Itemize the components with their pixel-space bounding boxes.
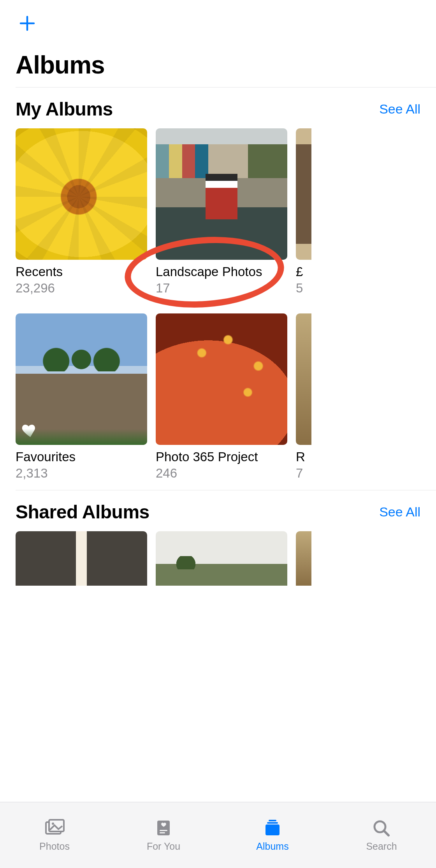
album-count: 246 xyxy=(156,466,287,481)
svg-rect-4 xyxy=(160,830,167,831)
add-button[interactable] xyxy=(16,12,39,35)
for-you-tab-icon xyxy=(153,818,174,838)
heart-icon xyxy=(21,421,40,439)
svg-rect-8 xyxy=(269,820,276,821)
svg-point-2 xyxy=(52,822,54,825)
album-count: 2,313 xyxy=(16,466,147,481)
tab-for-you[interactable]: For You xyxy=(109,802,218,868)
svg-rect-6 xyxy=(265,824,280,835)
plus-icon xyxy=(19,15,35,32)
album-count: 7 xyxy=(296,466,311,481)
album-card-landscape-photos[interactable]: Landscape Photos 17 xyxy=(156,128,287,305)
search-tab-icon xyxy=(371,818,392,838)
album-thumb xyxy=(296,313,311,445)
album-thumb xyxy=(16,128,147,260)
shared-album-card-partial[interactable] xyxy=(296,531,311,586)
tab-label: For You xyxy=(147,841,180,852)
album-thumb xyxy=(296,128,311,260)
shared-album-card[interactable] xyxy=(156,531,287,586)
tab-photos[interactable]: Photos xyxy=(0,802,109,868)
album-name: Recents xyxy=(16,264,147,279)
album-card-partial[interactable]: £ 5 xyxy=(296,128,311,305)
album-count: 23,296 xyxy=(16,281,147,296)
album-thumb xyxy=(156,128,287,260)
album-name: Favourites xyxy=(16,450,147,464)
album-card-recents[interactable]: Recents 23,296 xyxy=(16,128,147,305)
album-name: Landscape Photos xyxy=(156,264,287,279)
tab-bar: Photos For You Albums Search xyxy=(0,802,436,868)
album-card-photo-365[interactable]: Photo 365 Project 246 xyxy=(156,313,287,490)
page-title: Albums xyxy=(0,39,436,87)
see-all-my-albums[interactable]: See All xyxy=(379,102,420,117)
tab-label: Search xyxy=(366,841,397,852)
album-thumb xyxy=(156,531,287,586)
album-name: £ xyxy=(296,264,311,279)
tab-label: Albums xyxy=(256,841,288,852)
see-all-shared-albums[interactable]: See All xyxy=(379,504,420,520)
svg-rect-7 xyxy=(267,822,278,824)
section-title-my-albums: My Albums xyxy=(16,98,113,120)
album-card-partial[interactable]: R 7 xyxy=(296,313,311,490)
albums-tab-icon xyxy=(262,818,283,838)
album-thumb xyxy=(16,313,147,445)
tab-albums[interactable]: Albums xyxy=(218,802,327,868)
svg-rect-5 xyxy=(160,832,165,833)
album-name: Photo 365 Project xyxy=(156,450,287,464)
album-count: 5 xyxy=(296,281,311,296)
tab-label: Photos xyxy=(39,841,70,852)
album-card-favourites[interactable]: Favourites 2,313 xyxy=(16,313,147,490)
album-thumb xyxy=(156,313,287,445)
album-thumb xyxy=(16,531,147,586)
photos-tab-icon xyxy=(44,818,65,838)
tab-search[interactable]: Search xyxy=(327,802,436,868)
album-count: 17 xyxy=(156,281,287,296)
section-title-shared-albums: Shared Albums xyxy=(16,501,149,523)
album-name: R xyxy=(296,450,311,464)
shared-album-card[interactable] xyxy=(16,531,147,586)
album-thumb xyxy=(296,531,311,586)
